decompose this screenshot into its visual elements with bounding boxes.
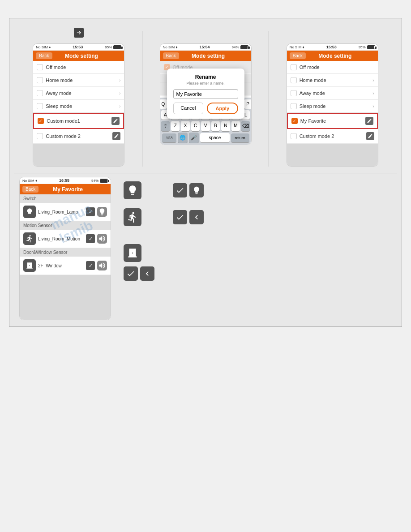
phone-3: No SIM ♦ 15:53 95% Back Mode setting xyxy=(287,43,378,167)
header-4: Back My Favorite xyxy=(20,184,111,194)
checkbox-sleep-3 xyxy=(291,103,297,109)
kb-mic[interactable]: 🎤 xyxy=(189,133,199,143)
mode-custom1-1[interactable]: Custom mode1 xyxy=(33,113,124,129)
checkbox-custom1-1 xyxy=(38,118,44,124)
checkbox-off-3 xyxy=(291,64,297,70)
kb-v[interactable]: V xyxy=(201,121,210,131)
mode-label-home-1: Home mode xyxy=(46,77,116,83)
mode-sleep-1[interactable]: Sleep mode › xyxy=(33,100,124,113)
door-check[interactable] xyxy=(86,261,95,270)
checkbox-sleep-1 xyxy=(37,103,43,109)
battery-icon-3 xyxy=(367,45,375,49)
motion-arrow-icon[interactable] xyxy=(189,210,204,224)
kb-row-4: 123 🌐 🎤 space return xyxy=(161,133,250,143)
edit-icon-custom2-1[interactable] xyxy=(112,132,120,140)
section-motion: Motion Sensor xyxy=(20,221,111,230)
kb-delete[interactable]: ⌫ xyxy=(241,121,250,131)
mode-custom2-3[interactable]: Custom mode 2 xyxy=(287,129,378,144)
phone-2: No SIM ♦ 15:54 94% Back Mode setting xyxy=(160,43,252,145)
checkbox-home-3 xyxy=(291,77,297,83)
phone-1: No SIM ♦ 15:53 95% Back Mode setting xyxy=(33,43,124,167)
section-switch: Switch xyxy=(20,194,111,203)
battery-3: 95% xyxy=(359,45,366,49)
kb-shift[interactable]: ⇧ xyxy=(161,121,170,131)
rename-title: Rename xyxy=(173,74,238,80)
chevron-sleep-3: › xyxy=(372,104,374,109)
time-3: 15:53 xyxy=(326,45,337,49)
mode-away-1[interactable]: Away mode › xyxy=(33,87,124,100)
edit-icon-custom2-3[interactable] xyxy=(366,132,374,140)
motion-check-icon[interactable] xyxy=(173,210,187,224)
lamp-icon xyxy=(23,206,36,218)
apply-btn[interactable]: Apply xyxy=(207,103,238,114)
kb-x[interactable]: X xyxy=(181,121,189,131)
door-icon-pair xyxy=(124,266,154,281)
chevron-away-1: › xyxy=(119,91,120,96)
edit-icon-custom1-1[interactable] xyxy=(111,117,120,125)
mode-custom2-1[interactable]: Custom mode 2 xyxy=(33,129,124,144)
edit-icon-myfav-3[interactable] xyxy=(365,117,373,125)
motion-icon-pair xyxy=(173,210,204,224)
back-btn-2[interactable]: Back xyxy=(163,52,179,59)
back-btn-3[interactable]: Back xyxy=(290,52,306,59)
switch-bulb-icon[interactable] xyxy=(189,183,204,197)
kb-p[interactable]: P xyxy=(244,99,252,109)
motion-big-icon xyxy=(124,208,141,226)
kb-123[interactable]: 123 xyxy=(162,133,177,142)
rename-input[interactable] xyxy=(173,89,238,99)
kb-return[interactable]: return xyxy=(231,133,249,142)
kb-q[interactable]: Q xyxy=(160,99,167,109)
switch-icon-pair xyxy=(173,183,204,197)
mode-home-3[interactable]: Home mode › xyxy=(287,74,378,87)
mode-myfav-3[interactable]: My Favorite xyxy=(287,113,378,129)
kb-n[interactable]: N xyxy=(221,121,230,131)
sim-status-4: No SIM ♦ xyxy=(22,179,37,183)
status-bar-4: No SIM ♦ 16:55 94% xyxy=(20,177,111,184)
kb-c[interactable]: C xyxy=(191,121,200,131)
mode-off-1[interactable]: Off mode xyxy=(33,61,124,74)
chevron-home-3: › xyxy=(372,78,374,83)
checkbox-away-3 xyxy=(291,90,297,96)
rename-buttons: Cancel Apply xyxy=(173,103,238,114)
kb-m[interactable]: M xyxy=(231,121,240,131)
outer-box: No SIM ♦ 15:53 95% Back Mode setting xyxy=(9,18,402,327)
mode-away-3[interactable]: Away mode › xyxy=(287,87,378,100)
kb-z[interactable]: Z xyxy=(171,121,180,131)
switch-check-icon[interactable] xyxy=(173,183,187,197)
mode-label-custom1-1: Custom mode1 xyxy=(47,118,109,124)
device-door[interactable]: 2F_Window xyxy=(20,257,111,275)
door-arrow-icon[interactable] xyxy=(140,266,154,281)
header-title-3: Mode setting xyxy=(308,53,362,59)
mode-home-1[interactable]: Home mode › xyxy=(33,74,124,87)
lamp-check[interactable] xyxy=(86,207,95,216)
switch-big-icon xyxy=(124,181,141,199)
cancel-btn[interactable]: Cancel xyxy=(173,103,204,114)
mode-label-sleep-1: Sleep mode xyxy=(46,103,116,109)
back-btn-1[interactable]: Back xyxy=(36,52,52,59)
mode-off-3[interactable]: Off mode xyxy=(287,61,378,74)
back-btn-4[interactable]: Back xyxy=(22,186,39,193)
panel-3: No SIM ♦ 15:53 95% Back Mode setting xyxy=(269,26,395,171)
kb-b[interactable]: B xyxy=(211,121,220,131)
icon-group-door xyxy=(124,244,386,262)
lamp-name: Living_Room_Lamp xyxy=(38,210,84,215)
status-bar-3: No SIM ♦ 15:53 95% xyxy=(287,44,378,51)
mode-label-sleep-3: Sleep mode xyxy=(300,103,370,109)
kb-space[interactable]: space xyxy=(200,133,230,142)
motion-check[interactable] xyxy=(86,234,95,243)
mode-label-off-3: Off mode xyxy=(300,64,374,70)
mode-sleep-3[interactable]: Sleep mode › xyxy=(287,100,378,113)
checkbox-off-1 xyxy=(37,64,43,70)
header-title-1: Mode setting xyxy=(55,53,108,59)
panel-2: No SIM ♦ 15:54 94% Back Mode setting xyxy=(142,26,269,171)
kb-globe[interactable]: 🌐 xyxy=(178,133,188,143)
device-motion[interactable]: Living_Room_Motion xyxy=(20,230,111,248)
chevron-sleep-1: › xyxy=(119,104,120,109)
battery-2: 94% xyxy=(231,45,239,49)
header-title-2: Mode setting xyxy=(182,53,235,59)
door-check-icon[interactable] xyxy=(124,266,138,281)
battery-icon-4 xyxy=(100,179,108,183)
checkbox-custom2-3 xyxy=(291,133,297,139)
device-lamp[interactable]: Living_Room_Lamp xyxy=(20,203,111,221)
battery-1: 95% xyxy=(105,45,112,49)
